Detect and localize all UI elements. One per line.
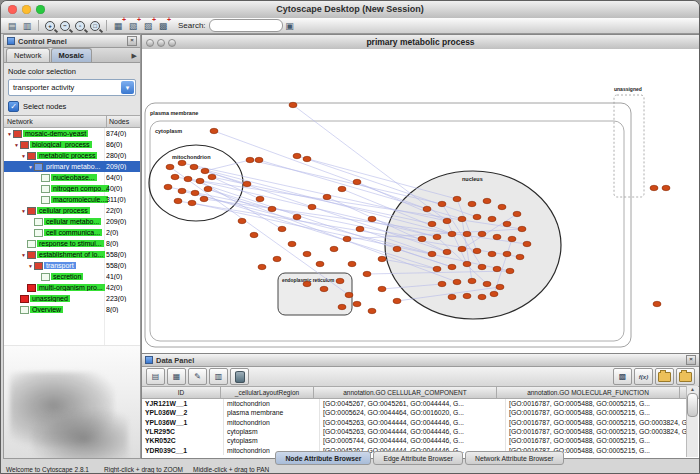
tree-row-response-to-stimul[interactable]: response to stimul...8(0)	[4, 238, 140, 249]
network-node[interactable]	[490, 291, 498, 296]
network-node[interactable]	[518, 226, 526, 231]
network-node[interactable]	[303, 156, 311, 161]
network-node[interactable]	[478, 264, 486, 269]
table-row-yjr121w-1[interactable]: YJR121W__1mitochondrion[GO:0045267, GO:0…	[142, 399, 699, 408]
tree-row-multi-organism-pro[interactable]: multi-organism pro...42(0)	[4, 282, 140, 293]
network-node[interactable]	[433, 234, 441, 239]
scrollbar-thumb[interactable]	[687, 393, 698, 417]
network-node[interactable]	[496, 284, 504, 289]
network-node[interactable]	[448, 231, 456, 236]
network-node[interactable]	[453, 279, 461, 284]
network-node[interactable]	[278, 226, 286, 231]
network-node[interactable]	[256, 196, 264, 201]
table-vertical-scrollbar[interactable]: ▲	[686, 386, 698, 457]
cell-id[interactable]: YPL036W__1	[142, 418, 224, 427]
network-node[interactable]	[363, 271, 371, 276]
network-node[interactable]	[200, 196, 208, 201]
formula-builder-icon[interactable]: f(x)	[634, 368, 653, 385]
network-node[interactable]	[184, 176, 192, 181]
tree-expand-icon[interactable]: ▼	[20, 252, 27, 258]
cell-annotation-go-cellular-component[interactable]: [GO:0045267, GO:0045261, GO:0044444, G..…	[320, 399, 506, 408]
column-header-id[interactable]: ID	[142, 387, 221, 398]
tree-row-mosaic-demo-yeast[interactable]: ▼mosaic-demo-yeast874(0)	[4, 128, 140, 139]
network-node[interactable]	[201, 168, 209, 173]
tab-network[interactable]: Network	[6, 48, 50, 62]
cell-cellularlayoutregion[interactable]: cytoplasm	[224, 427, 320, 436]
cell-annotation-go-cellular-component[interactable]: [GO:0045263, GO:0044444, GO:0044446, G..…	[320, 418, 506, 427]
network-node[interactable]	[473, 214, 481, 219]
import-network-icon[interactable]: ▧+	[126, 19, 140, 32]
tab-overflow-icon[interactable]: ▶	[132, 52, 140, 62]
network-node[interactable]	[438, 201, 446, 206]
tree-row-nitrogen-compo[interactable]: nitrogen compo...40(0)	[4, 183, 140, 194]
tree-expand-icon[interactable]: ▼	[27, 164, 34, 170]
import-table-icon[interactable]: ▥	[209, 368, 228, 385]
network-node[interactable]	[174, 198, 182, 203]
tree-expand-icon[interactable]: ▼	[6, 131, 13, 137]
table-row-ylr295c[interactable]: YLR295Ccytoplasm[GO:0045263, GO:0044444,…	[142, 427, 699, 436]
cell-annotation-go-cellular-component[interactable]: [GO:0045263, GO:0044444, GO:0044446, G..…	[320, 427, 506, 436]
cell-cellularlayoutregion[interactable]: cytoplasm	[224, 436, 320, 445]
network-node[interactable]	[204, 186, 212, 191]
network-node[interactable]	[438, 281, 446, 286]
network-overview-thumbnail[interactable]	[4, 345, 140, 458]
open-attribute-file-icon[interactable]	[655, 368, 674, 385]
tree-row-overview[interactable]: Overview8(0)	[4, 304, 140, 315]
network-node[interactable]	[273, 256, 281, 261]
tree-row-secretion[interactable]: secretion41(0)	[4, 271, 140, 282]
network-node[interactable]	[428, 221, 436, 226]
network-node[interactable]	[483, 281, 491, 286]
cell-id[interactable]: YPL036W__2	[142, 408, 224, 417]
network-node[interactable]	[468, 201, 476, 206]
cell-cellularlayoutregion[interactable]: plasma membrane	[224, 408, 320, 417]
tree-row-unassigned[interactable]: unassigned223(0)	[4, 293, 140, 304]
network-node[interactable]	[473, 248, 481, 253]
column-header-annotation-go-molecular-function[interactable]: annotation.GO MOLECULAR_FUNCTION	[497, 387, 680, 398]
network-node[interactable]	[246, 157, 254, 162]
network-node[interactable]	[368, 308, 376, 313]
network-node[interactable]	[323, 194, 331, 199]
tree-row-transport[interactable]: ▼transport558(0)	[4, 260, 140, 271]
delete-column-icon[interactable]	[230, 368, 249, 385]
network-node[interactable]	[393, 246, 401, 251]
new-column-icon[interactable]: ▦	[167, 368, 186, 385]
network-node[interactable]	[348, 261, 356, 266]
network-node[interactable]	[166, 164, 174, 169]
tree-row-macromolecule[interactable]: macromolecule...311(0)	[4, 194, 140, 205]
network-node[interactable]	[320, 286, 328, 291]
network-node[interactable]	[503, 251, 511, 256]
network-node[interactable]	[330, 246, 338, 251]
network-node[interactable]	[443, 218, 451, 223]
cell-annotation-go-cellular-component[interactable]: [GO:0005744, GO:0044444, GO:0044446, G..…	[320, 436, 506, 445]
network-node[interactable]	[338, 304, 346, 309]
network-node[interactable]	[516, 254, 524, 259]
network-node[interactable]	[293, 214, 301, 219]
network-node[interactable]	[356, 226, 364, 231]
table-row-ypl036w-1[interactable]: YPL036W__1mitochondrion[GO:0045263, GO:0…	[142, 418, 699, 427]
cell-id[interactable]: YJR121W__1	[142, 399, 224, 408]
network-node[interactable]	[258, 264, 266, 269]
network-node[interactable]	[458, 246, 466, 251]
network-node[interactable]	[243, 181, 251, 186]
vizmapper-icon[interactable]: ▩+	[156, 19, 170, 32]
table-row-ypl036w-2[interactable]: YPL036W__2plasma membrane[GO:0005624, GO…	[142, 408, 699, 417]
cell-annotation-go-molecular-function[interactable]: [GO:0016787, GO:0005488, GO:0005215, G..…	[506, 399, 692, 408]
network-node[interactable]	[190, 164, 198, 169]
network-node[interactable]	[250, 232, 258, 237]
network-node[interactable]	[188, 200, 196, 205]
column-header-cellularlayoutregion[interactable]: _cellularLayoutRegion	[221, 387, 314, 398]
tree-row-metabolic-process[interactable]: ▼metabolic process280(0)	[4, 150, 140, 161]
tree-column-nodes[interactable]: Nodes	[107, 118, 140, 125]
network-node[interactable]	[164, 184, 172, 189]
network-node[interactable]	[268, 206, 276, 211]
panel-close-icon[interactable]: ×	[127, 36, 137, 46]
frame-minimize-icon[interactable]	[157, 39, 165, 47]
network-node[interactable]	[191, 190, 199, 195]
network-node[interactable]	[468, 278, 476, 283]
network-node[interactable]	[493, 234, 501, 239]
network-node[interactable]	[238, 218, 246, 223]
cell-id[interactable]: YKR052C	[142, 436, 224, 445]
cell-annotation-go-molecular-function[interactable]: [GO:0016787, GO:0005488, GO:0005215, G..…	[506, 436, 692, 445]
network-node[interactable]	[423, 206, 431, 211]
network-node[interactable]	[650, 185, 658, 190]
